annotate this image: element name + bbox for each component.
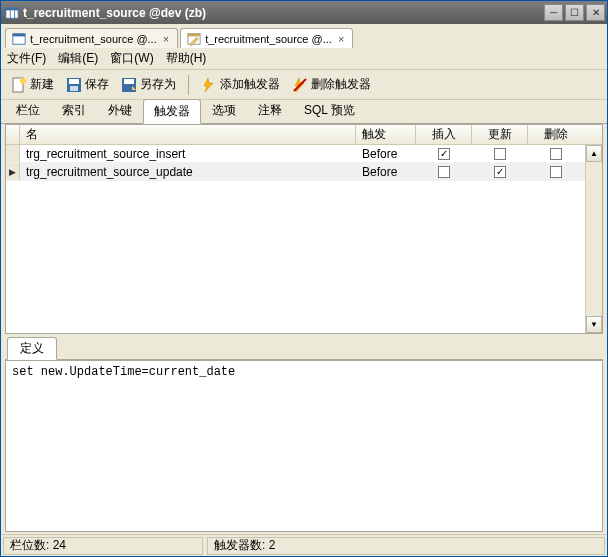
saveas-icon: [121, 77, 137, 93]
table-row[interactable]: trg_recruitment_source_insertBefore✓: [6, 145, 602, 163]
tbtn-label: 删除触发器: [311, 76, 371, 93]
scroll-down-icon[interactable]: ▼: [586, 316, 602, 333]
add-trigger-button[interactable]: 添加触发器: [197, 74, 284, 95]
checkbox[interactable]: [494, 148, 506, 160]
window-controls: ─ ☐ ✕: [544, 4, 605, 21]
svg-rect-1: [6, 7, 18, 10]
doc-tab-label: t_recruitment_source @...: [205, 33, 332, 45]
table-row[interactable]: ▶trg_recruitment_source_updateBefore✓: [6, 163, 602, 181]
close-icon[interactable]: ×: [336, 33, 346, 45]
close-icon[interactable]: ×: [161, 33, 171, 45]
cell-insert[interactable]: [416, 166, 472, 178]
checkbox[interactable]: [550, 148, 562, 160]
vertical-scrollbar[interactable]: ▲ ▼: [585, 145, 602, 333]
tbtn-label: 保存: [85, 76, 109, 93]
status-triggers: 触发器数: 2: [207, 537, 605, 555]
menu-help[interactable]: 帮助(H): [166, 50, 207, 67]
row-indicator: [6, 145, 20, 162]
cell-fire[interactable]: Before: [356, 147, 416, 161]
checkbox[interactable]: ✓: [438, 148, 450, 160]
grid-header: 名 触发 插入 更新 删除: [6, 125, 602, 145]
tab-definition[interactable]: 定义: [7, 337, 57, 360]
trigger-grid: 名 触发 插入 更新 删除 trg_recruitment_source_ins…: [5, 124, 603, 334]
checkbox[interactable]: [550, 166, 562, 178]
menu-edit[interactable]: 编辑(E): [58, 50, 98, 67]
col-insert[interactable]: 插入: [416, 125, 472, 144]
cell-delete[interactable]: [528, 148, 584, 160]
toolbar: 新建 保存 另存为 添加触发器 删除触发器: [1, 70, 607, 100]
minimize-button[interactable]: ─: [544, 4, 563, 21]
checkbox[interactable]: ✓: [494, 166, 506, 178]
current-row-icon: ▶: [9, 167, 16, 177]
save-button[interactable]: 保存: [62, 74, 113, 95]
menubar: 文件(F) 编辑(E) 窗口(W) 帮助(H): [1, 48, 607, 70]
tbtn-label: 另存为: [140, 76, 176, 93]
menu-window[interactable]: 窗口(W): [110, 50, 153, 67]
table-icon: [12, 32, 26, 46]
titlebar: t_recruitment_source @dev (zb) ─ ☐ ✕: [1, 1, 607, 24]
cell-name[interactable]: trg_recruitment_source_insert: [20, 147, 356, 161]
tab-sql-preview[interactable]: SQL 预览: [293, 98, 366, 123]
new-icon: [11, 77, 27, 93]
cell-fire[interactable]: Before: [356, 165, 416, 179]
svg-rect-7: [188, 33, 200, 36]
saveas-button[interactable]: 另存为: [117, 74, 180, 95]
design-tabs: 栏位 索引 外键 触发器 选项 注释 SQL 预览: [1, 100, 607, 124]
checkbox[interactable]: [438, 166, 450, 178]
row-selector-header: [6, 125, 20, 144]
col-name[interactable]: 名: [20, 125, 356, 144]
row-indicator: ▶: [6, 163, 20, 180]
col-fire[interactable]: 触发: [356, 125, 416, 144]
scroll-up-icon[interactable]: ▲: [586, 145, 602, 162]
delete-trigger-button[interactable]: 删除触发器: [288, 74, 375, 95]
cell-insert[interactable]: ✓: [416, 148, 472, 160]
maximize-button[interactable]: ☐: [565, 4, 584, 21]
cell-delete[interactable]: [528, 166, 584, 178]
tab-comment[interactable]: 注释: [247, 98, 293, 123]
tab-trigger[interactable]: 触发器: [143, 99, 201, 124]
window-title: t_recruitment_source @dev (zb): [23, 6, 544, 20]
content-area: 名 触发 插入 更新 删除 trg_recruitment_source_ins…: [1, 124, 607, 534]
menu-file[interactable]: 文件(F): [7, 50, 46, 67]
doc-tab-label: t_recruitment_source @...: [30, 33, 157, 45]
table-icon: [5, 6, 19, 20]
bolt-delete-icon: [292, 77, 308, 93]
col-update[interactable]: 更新: [472, 125, 528, 144]
definition-tabstrip: 定义: [5, 338, 603, 360]
close-button[interactable]: ✕: [586, 4, 605, 21]
tab-index[interactable]: 索引: [51, 98, 97, 123]
col-delete[interactable]: 删除: [528, 125, 584, 144]
cell-update[interactable]: [472, 148, 528, 160]
status-columns: 栏位数: 24: [3, 537, 203, 555]
cell-update[interactable]: ✓: [472, 166, 528, 178]
svg-point-9: [20, 78, 26, 84]
doc-tab-active[interactable]: t_recruitment_source @... ×: [180, 28, 353, 48]
svg-rect-14: [124, 79, 134, 84]
cell-name[interactable]: trg_recruitment_source_update: [20, 165, 356, 179]
save-icon: [66, 77, 82, 93]
doc-tab[interactable]: t_recruitment_source @... ×: [5, 28, 178, 48]
tab-fk[interactable]: 外键: [97, 98, 143, 123]
bolt-add-icon: [201, 77, 217, 93]
tbtn-label: 新建: [30, 76, 54, 93]
statusbar: 栏位数: 24 触发器数: 2: [1, 534, 607, 556]
tab-options[interactable]: 选项: [201, 98, 247, 123]
grid-body: trg_recruitment_source_insertBefore✓▶trg…: [6, 145, 602, 333]
svg-rect-11: [69, 79, 79, 84]
new-button[interactable]: 新建: [7, 74, 58, 95]
svg-rect-5: [13, 33, 25, 36]
tbtn-label: 添加触发器: [220, 76, 280, 93]
table-design-icon: [187, 32, 201, 46]
document-tab-strip: t_recruitment_source @... × t_recruitmen…: [1, 24, 607, 48]
app-window: t_recruitment_source @dev (zb) ─ ☐ ✕ t_r…: [0, 0, 608, 557]
definition-editor[interactable]: set new.UpdateTime=current_date: [5, 360, 603, 532]
tab-columns[interactable]: 栏位: [5, 98, 51, 123]
separator: [188, 75, 189, 95]
svg-rect-12: [70, 86, 78, 91]
